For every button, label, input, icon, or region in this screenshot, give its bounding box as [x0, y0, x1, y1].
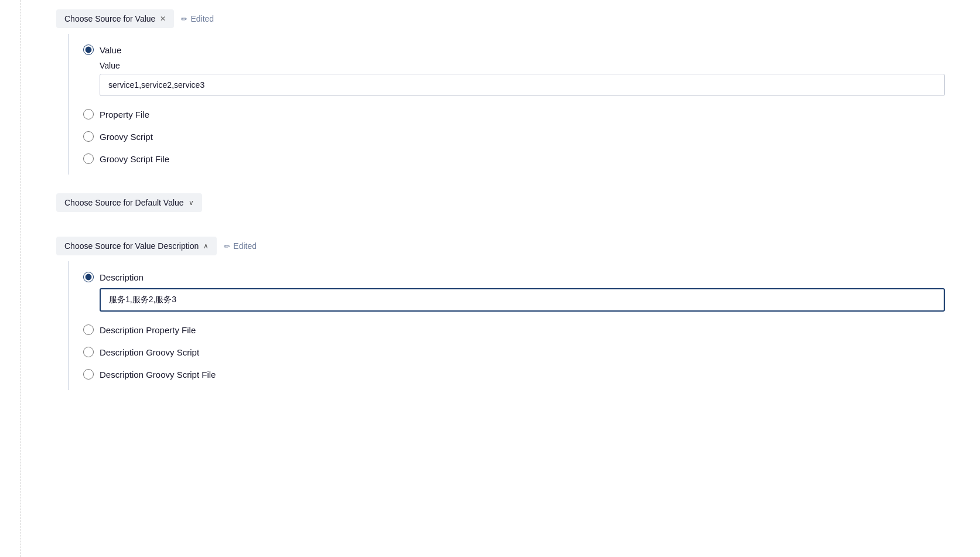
- value-field-label: Value: [100, 61, 945, 70]
- value-text-input[interactable]: [100, 74, 945, 96]
- desc-groovy-script-radio-input[interactable]: [83, 347, 94, 357]
- value-options-block: Value Value Property File Groovy Script …: [68, 34, 945, 175]
- choose-source-value-toggle[interactable]: Choose Source for Value ✕: [56, 9, 174, 28]
- value-radio-input[interactable]: [83, 45, 94, 55]
- choose-source-value-desc-toggle[interactable]: Choose Source for Value Description ∧: [56, 237, 217, 255]
- groovy-script-file-label: Groovy Script File: [100, 154, 169, 164]
- value-input-wrapper: Value: [83, 61, 945, 103]
- choose-source-value-desc-header: Choose Source for Value Description ∧ ✏ …: [56, 227, 945, 261]
- desc-groovy-script-file-label: Description Groovy Script File: [100, 370, 216, 380]
- desc-groovy-script-file-radio-input[interactable]: [83, 369, 94, 380]
- description-options-block: Description Description Property File De…: [68, 261, 945, 390]
- groovy-script-radio-input[interactable]: [83, 131, 94, 142]
- property-file-label: Property File: [100, 110, 149, 119]
- desc-groovy-script-label: Description Groovy Script: [100, 347, 199, 357]
- edited-badge-desc: ✏ Edited: [224, 241, 257, 251]
- edit-icon: ✏: [181, 15, 187, 23]
- choose-source-default-value-header: Choose Source for Default Value ∨: [56, 184, 945, 218]
- desc-groovy-script-radio-option[interactable]: Description Groovy Script: [83, 341, 945, 363]
- desc-property-file-radio-option[interactable]: Description Property File: [83, 319, 945, 341]
- choose-source-value-header: Choose Source for Value ✕ ✏ Edited: [56, 0, 945, 34]
- edited-label-desc: Edited: [233, 241, 257, 251]
- value-radio-option[interactable]: Value: [83, 39, 945, 61]
- choose-source-default-value-label: Choose Source for Default Value: [64, 198, 184, 207]
- groovy-script-file-radio-input[interactable]: [83, 153, 94, 164]
- property-file-radio-option[interactable]: Property File: [83, 103, 945, 125]
- groovy-script-radio-option[interactable]: Groovy Script: [83, 125, 945, 148]
- description-text-input[interactable]: [100, 288, 945, 312]
- edit-icon-desc: ✏: [224, 242, 230, 251]
- close-icon: ✕: [160, 15, 166, 23]
- chevron-up-icon: ∧: [203, 242, 209, 250]
- groovy-script-label: Groovy Script: [100, 132, 153, 142]
- choose-source-value-label: Choose Source for Value: [64, 14, 155, 23]
- description-radio-option[interactable]: Description: [83, 266, 945, 288]
- desc-groovy-script-file-radio-option[interactable]: Description Groovy Script File: [83, 363, 945, 385]
- description-radio-input[interactable]: [83, 272, 94, 282]
- edited-badge-value: ✏ Edited: [181, 14, 214, 23]
- groovy-script-file-radio-option[interactable]: Groovy Script File: [83, 148, 945, 170]
- gap2: [56, 218, 945, 227]
- desc-property-file-radio-input[interactable]: [83, 324, 94, 335]
- chevron-down-icon: ∨: [189, 199, 194, 207]
- desc-property-file-label: Description Property File: [100, 325, 196, 335]
- property-file-radio-input[interactable]: [83, 109, 94, 119]
- choose-source-default-value-toggle[interactable]: Choose Source for Default Value ∨: [56, 193, 202, 212]
- edited-label-value: Edited: [190, 14, 214, 23]
- description-radio-label: Description: [100, 272, 144, 282]
- description-input-wrapper: [83, 288, 945, 319]
- gap1: [56, 175, 945, 184]
- value-radio-label: Value: [100, 45, 121, 55]
- choose-source-value-desc-label: Choose Source for Value Description: [64, 241, 199, 251]
